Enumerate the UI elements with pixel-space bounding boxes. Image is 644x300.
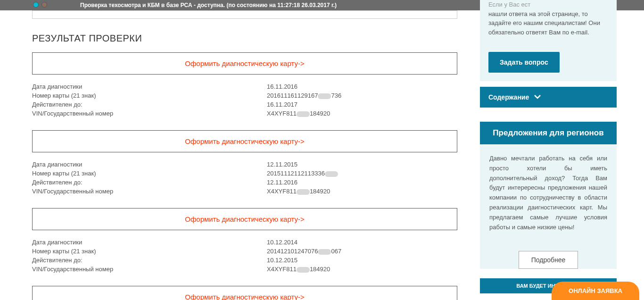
value-vin: X4XYF811184920 bbox=[267, 110, 457, 117]
value-date: 10.12.2014 bbox=[267, 239, 457, 246]
status-text: Проверка техосмотра и КБМ в базе РСА - д… bbox=[80, 2, 337, 8]
result-title: РЕЗУЛЬТАТ ПРОВЕРКИ bbox=[32, 33, 457, 44]
redacted bbox=[318, 249, 331, 255]
label-date: Дата диагностики bbox=[32, 83, 267, 90]
ask-text-cutoff-1: Если у Вас ест bbox=[488, 1, 530, 8]
main-content: РЕЗУЛЬТАТ ПРОВЕРКИ Оформить диагностичес… bbox=[32, 10, 457, 300]
redacted bbox=[297, 267, 310, 273]
ask-text-tail: нашли ответа на этой странице, то задайт… bbox=[488, 10, 600, 36]
redacted bbox=[297, 189, 310, 195]
label-vin: VIN/Государственный номер bbox=[32, 110, 267, 117]
ask-block: Если у Вас ест нашли ответа на этой стра… bbox=[480, 0, 617, 45]
label-vin: VIN/Государственный номер bbox=[32, 188, 267, 195]
value-vin: X4XYF811184920 bbox=[267, 266, 457, 273]
card-link-box: Оформить диагностическую карту-> bbox=[32, 52, 457, 75]
label-vin: VIN/Государственный номер bbox=[32, 266, 267, 273]
value-card-no: 201412101247076067 bbox=[267, 248, 457, 255]
search-box-outline bbox=[32, 10, 457, 19]
label-valid: Действителен до: bbox=[32, 101, 267, 108]
status-dot-cyan bbox=[33, 2, 39, 8]
card-link-box: Оформить диагностическую карту-> bbox=[32, 208, 457, 230]
ask-button-wrap: Задать вопрос bbox=[480, 45, 617, 81]
value-date: 16.11.2016 bbox=[267, 83, 457, 90]
value-valid: 10.12.2015 bbox=[267, 257, 457, 264]
value-valid: 16.11.2017 bbox=[267, 101, 457, 108]
value-date: 12.11.2015 bbox=[267, 161, 457, 168]
redacted bbox=[297, 111, 310, 117]
issue-card-link[interactable]: Оформить диагностическую карту-> bbox=[185, 215, 304, 223]
label-date: Дата диагностики bbox=[32, 161, 267, 168]
redacted bbox=[318, 93, 331, 99]
online-request-button[interactable]: ОНЛАЙН ЗАЯВКА bbox=[552, 282, 639, 300]
sidebar: Если у Вас ест нашли ответа на этой стра… bbox=[480, 0, 617, 300]
chevron-down-icon bbox=[534, 93, 541, 101]
value-vin: X4XYF811184920 bbox=[267, 188, 457, 195]
regions-body: Давно мечтали работать на себя или прост… bbox=[480, 144, 617, 242]
label-card-no: Номер карты (21 знак) bbox=[32, 170, 267, 177]
toc-label: Содержание bbox=[488, 93, 529, 101]
result-block: Оформить диагностическую карту->Дата диа… bbox=[32, 130, 457, 195]
card-link-box: Оформить диагностическую карту-> bbox=[32, 286, 457, 300]
ask-question-button[interactable]: Задать вопрос bbox=[488, 52, 560, 73]
label-date: Дата диагностики bbox=[32, 239, 267, 246]
status-dots bbox=[33, 2, 47, 8]
more-button[interactable]: Подробнее bbox=[519, 251, 578, 269]
status-dot-brown bbox=[41, 2, 47, 8]
issue-card-link[interactable]: Оформить диагностическую карту-> bbox=[185, 293, 304, 300]
regions-block: Предложения для регионов Давно мечтали р… bbox=[480, 122, 617, 269]
result-block: Оформить диагностическую карту->Дата диа… bbox=[32, 52, 457, 117]
label-valid: Действителен до: bbox=[32, 257, 267, 264]
regions-title: Предложения для регионов bbox=[480, 122, 617, 144]
card-link-box: Оформить диагностическую карту-> bbox=[32, 130, 457, 152]
result-block: Оформить диагностическую карту->Дата диа… bbox=[32, 208, 457, 273]
issue-card-link[interactable]: Оформить диагностическую карту-> bbox=[185, 59, 304, 67]
label-valid: Действителен до: bbox=[32, 179, 267, 186]
label-card-no: Номер карты (21 знак) bbox=[32, 248, 267, 255]
value-valid: 12.11.2016 bbox=[267, 179, 457, 186]
redacted bbox=[325, 171, 338, 177]
toc-toggle[interactable]: Содержание bbox=[480, 87, 617, 108]
label-card-no: Номер карты (21 знак) bbox=[32, 92, 267, 99]
value-card-no: 201611161129167736 bbox=[267, 92, 457, 99]
value-card-no: 20151112112113336 bbox=[267, 170, 457, 177]
issue-card-link[interactable]: Оформить диагностическую карту-> bbox=[185, 137, 304, 145]
